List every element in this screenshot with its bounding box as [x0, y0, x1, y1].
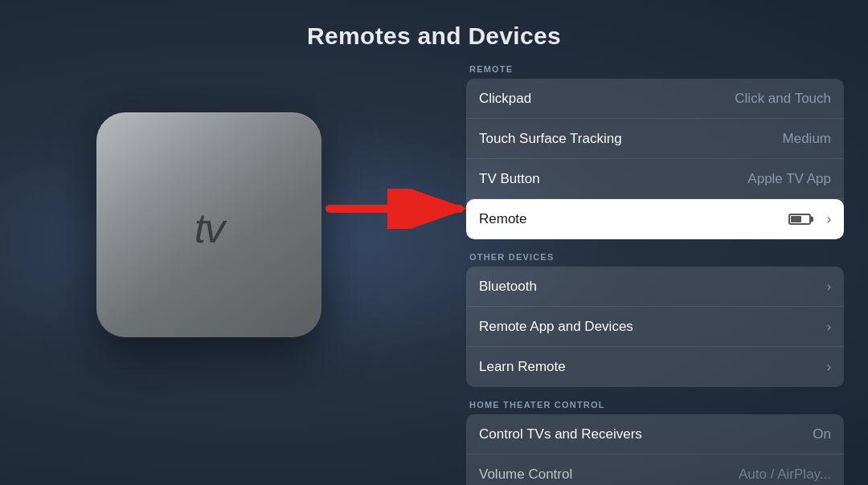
remote-app-right: ›	[821, 320, 831, 334]
learn-remote-label: Learn Remote	[479, 359, 566, 375]
menu-item-remote[interactable]: Remote ›	[466, 199, 844, 239]
learn-remote-chevron-icon: ›	[827, 360, 831, 374]
volume-control-label: Volume Control	[479, 467, 572, 483]
menu-item-learn-remote[interactable]: Learn Remote ›	[466, 347, 844, 387]
section-label-home-theater: HOME THEATER CONTROL	[466, 400, 844, 410]
volume-control-value: Auto / AirPlay...	[739, 467, 831, 483]
control-tvs-value: On	[813, 426, 831, 442]
remote-app-label: Remote App and Devices	[479, 319, 633, 335]
arrow-icon	[321, 189, 474, 229]
device-image: tv	[72, 88, 346, 361]
tv-label: tv	[194, 204, 223, 252]
section-label-remote: REMOTE	[466, 64, 844, 74]
tv-button-label: TV Button	[479, 171, 540, 187]
menu-item-remote-app[interactable]: Remote App and Devices ›	[466, 307, 844, 347]
touch-surface-right: Medium	[783, 131, 831, 147]
arrow-indicator	[321, 185, 482, 233]
bluetooth-chevron-icon: ›	[827, 279, 831, 294]
touch-surface-value: Medium	[783, 131, 831, 147]
remote-label: Remote	[479, 211, 527, 227]
section-label-other-devices: OTHER DEVICES	[466, 252, 844, 262]
volume-control-right: Auto / AirPlay...	[739, 467, 831, 483]
clickpad-right: Click and Touch	[735, 91, 831, 107]
clickpad-label: Clickpad	[479, 91, 531, 107]
home-theater-group: Control TVs and Receivers On Volume Cont…	[466, 414, 844, 485]
remote-group: Clickpad Click and Touch Touch Surface T…	[466, 79, 844, 239]
learn-remote-right: ›	[821, 360, 831, 374]
menu-item-tv-button[interactable]: TV Button Apple TV App	[466, 159, 844, 199]
remote-chevron-icon: ›	[827, 212, 831, 226]
remote-app-chevron-icon: ›	[827, 320, 831, 334]
tv-button-right: Apple TV App	[747, 171, 831, 187]
battery-icon	[788, 214, 813, 225]
menu-item-volume-control[interactable]: Volume Control Auto / AirPlay...	[466, 454, 844, 485]
apple-tv-box: tv	[96, 112, 321, 337]
bluetooth-right: ›	[821, 279, 831, 294]
menu-item-control-tvs[interactable]: Control TVs and Receivers On	[466, 414, 844, 454]
battery-body	[788, 214, 811, 225]
settings-panel: REMOTE Clickpad Click and Touch Touch Su…	[466, 64, 844, 485]
touch-surface-label: Touch Surface Tracking	[479, 131, 622, 147]
control-tvs-right: On	[813, 426, 831, 442]
bluetooth-label: Bluetooth	[479, 279, 537, 295]
tv-button-value: Apple TV App	[747, 171, 831, 187]
remote-right: ›	[788, 212, 831, 226]
clickpad-value: Click and Touch	[735, 91, 831, 107]
control-tvs-label: Control TVs and Receivers	[479, 426, 642, 442]
menu-item-bluetooth[interactable]: Bluetooth ›	[466, 267, 844, 307]
menu-item-clickpad[interactable]: Clickpad Click and Touch	[466, 79, 844, 119]
other-devices-group: Bluetooth › Remote App and Devices › Lea…	[466, 267, 844, 387]
battery-fill	[791, 216, 801, 222]
page-title: Remotes and Devices	[0, 22, 868, 50]
menu-item-touch-surface[interactable]: Touch Surface Tracking Medium	[466, 119, 844, 159]
